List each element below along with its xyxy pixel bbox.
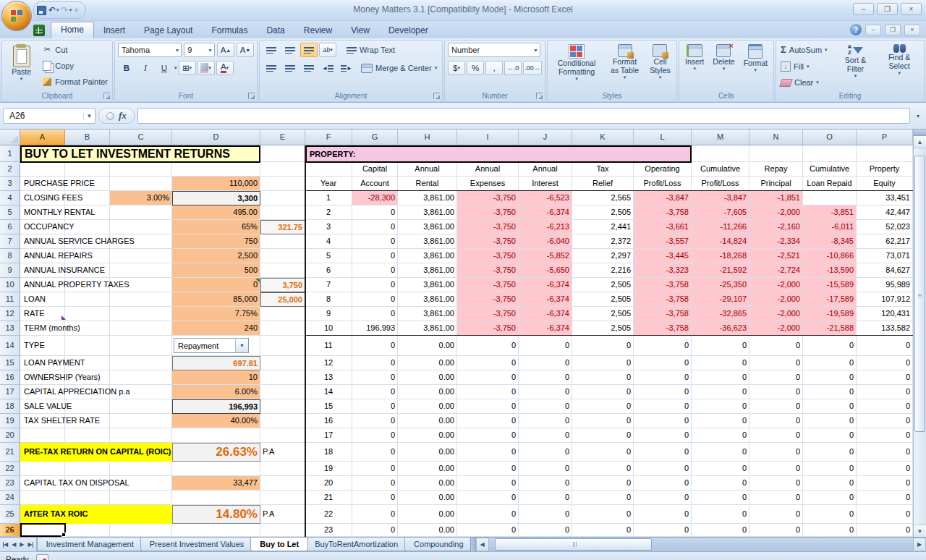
cell-H5[interactable]: 3,861.00: [398, 205, 457, 220]
column-header-O[interactable]: O: [803, 130, 857, 145]
wrap-text-button[interactable]: Wrap Text: [345, 45, 396, 55]
cell-E15[interactable]: [260, 356, 305, 370]
sheet-tab-present-investment-values[interactable]: Present Investment Values: [140, 538, 254, 551]
cell-O15[interactable]: 0: [803, 356, 857, 370]
cell-D26[interactable]: [172, 524, 260, 537]
cell-styles-button[interactable]: Cell Styles▾: [647, 43, 674, 88]
cell-O1[interactable]: [803, 145, 857, 162]
cell-N17[interactable]: 0: [749, 385, 803, 399]
cell-F6[interactable]: 3: [305, 220, 352, 234]
row-header-17[interactable]: 17: [0, 385, 20, 399]
cell-P13[interactable]: 133,582: [857, 321, 913, 336]
font-size-select[interactable]: 9▼: [184, 43, 215, 57]
cell-N13[interactable]: -2,000: [749, 321, 803, 336]
row-header-13[interactable]: 13: [0, 321, 20, 336]
cell-H15[interactable]: 0.00: [398, 356, 457, 370]
cell-H12[interactable]: 3,861.00: [398, 307, 457, 321]
cell-O16[interactable]: 0: [803, 370, 857, 385]
expand-formula-bar-icon[interactable]: ▾: [913, 113, 923, 119]
cell-D10[interactable]: 0: [172, 278, 260, 292]
tab-developer[interactable]: Developer: [379, 22, 438, 38]
cell-D22[interactable]: [172, 462, 260, 476]
cut-button[interactable]: ✂Cut: [41, 44, 109, 55]
cell-I18[interactable]: 0: [457, 399, 519, 414]
cell-K21[interactable]: 0: [572, 443, 634, 462]
workbook-minimize-button[interactable]: –: [865, 25, 881, 35]
cell-P17[interactable]: 0: [857, 385, 913, 399]
cell-C26[interactable]: [110, 524, 172, 537]
dialog-launcher-icon[interactable]: [536, 93, 543, 99]
row-header-14[interactable]: 14: [0, 336, 20, 356]
cell-C2[interactable]: [110, 162, 172, 177]
cell-E23[interactable]: [260, 476, 305, 491]
column-header-H[interactable]: H: [398, 130, 457, 145]
cell-J8[interactable]: -5,852: [519, 249, 572, 263]
currency-format-button[interactable]: $▾: [448, 61, 465, 75]
cell-D19[interactable]: 40.00%: [172, 414, 260, 428]
cell-J13[interactable]: -6,374: [519, 321, 572, 336]
cell-N7[interactable]: -2,334: [749, 234, 803, 249]
cell-M22[interactable]: 0: [692, 462, 749, 476]
cell-E6[interactable]: 321.75: [260, 220, 305, 234]
cell-K7[interactable]: 2,372: [572, 234, 634, 249]
cell-O22[interactable]: 0: [803, 462, 857, 476]
row-header-22[interactable]: 22: [0, 462, 20, 476]
row-header-9[interactable]: 9: [0, 263, 20, 278]
autosum-button[interactable]: ΣAutoSum▾: [779, 43, 829, 56]
cell-K4[interactable]: 2,565: [572, 191, 634, 205]
row-header-15[interactable]: 15: [0, 356, 20, 370]
cell-M6[interactable]: -11,266: [692, 220, 749, 234]
insert-cells-button[interactable]: Insert▾: [683, 43, 706, 88]
row-header-18[interactable]: 18: [0, 399, 20, 414]
horizontal-scrollbar[interactable]: ◀ ▶: [476, 538, 926, 551]
cell-P8[interactable]: 73,071: [857, 249, 913, 263]
cell-D8[interactable]: 2,500: [172, 249, 260, 263]
workbook-restore-button[interactable]: ❐: [885, 25, 901, 35]
cell-G25[interactable]: 0: [352, 505, 398, 524]
cell-O3[interactable]: Loan Repaid: [803, 177, 857, 191]
chevron-down-icon[interactable]: ▼: [235, 339, 248, 352]
close-button[interactable]: ×: [901, 3, 922, 15]
cell-J2[interactable]: Annual: [519, 162, 572, 177]
cell-K26[interactable]: 0: [572, 524, 634, 537]
cell-J18[interactable]: 0: [519, 399, 572, 414]
cell-B24[interactable]: [65, 491, 110, 505]
cell-G13[interactable]: 196,993: [352, 321, 398, 336]
workbook-close-button[interactable]: ×: [904, 25, 920, 35]
tab-split-handle[interactable]: [470, 538, 476, 551]
cell-D5[interactable]: 495.00: [172, 205, 260, 220]
cell-I26[interactable]: 0: [457, 524, 519, 537]
cell-M8[interactable]: -18,268: [692, 249, 749, 263]
cell-B2[interactable]: [65, 162, 110, 177]
cell-M5[interactable]: -7,605: [692, 205, 749, 220]
cell-F18[interactable]: 15: [305, 399, 352, 414]
cell-A24[interactable]: [20, 491, 65, 505]
cell-J21[interactable]: 0: [519, 443, 572, 462]
align-right-button[interactable]: [300, 61, 318, 75]
cell-F24[interactable]: 21: [305, 491, 352, 505]
cell-L5[interactable]: -3,758: [634, 205, 692, 220]
cell-E1[interactable]: [260, 145, 305, 162]
next-sheet-button[interactable]: ▶: [20, 541, 24, 548]
cell-L14[interactable]: 0: [634, 336, 692, 356]
cell-I8[interactable]: -3,750: [457, 249, 519, 263]
cell-O8[interactable]: -10,866: [803, 249, 857, 263]
cell-N22[interactable]: 0: [749, 462, 803, 476]
cell-I15[interactable]: 0: [457, 356, 519, 370]
cell-D21[interactable]: 26.63%: [172, 443, 260, 462]
cell-M15[interactable]: 0: [692, 356, 749, 370]
cell-N23[interactable]: 0: [749, 476, 803, 491]
cell-G15[interactable]: 0: [352, 356, 398, 370]
row-header-1[interactable]: 1: [0, 145, 20, 162]
dialog-launcher-icon[interactable]: [248, 93, 255, 99]
cell-M24[interactable]: 0: [692, 491, 749, 505]
cell-G17[interactable]: 0: [352, 385, 398, 399]
cell-P6[interactable]: 52,023: [857, 220, 913, 234]
cell-K16[interactable]: 0: [572, 370, 634, 385]
cell-I9[interactable]: -3,750: [457, 263, 519, 278]
cell-L12[interactable]: -3,758: [634, 307, 692, 321]
cell-M9[interactable]: -21,592: [692, 263, 749, 278]
cell-P24[interactable]: 0: [857, 491, 913, 505]
cell-I19[interactable]: 0: [457, 414, 519, 428]
cell-J16[interactable]: 0: [519, 370, 572, 385]
